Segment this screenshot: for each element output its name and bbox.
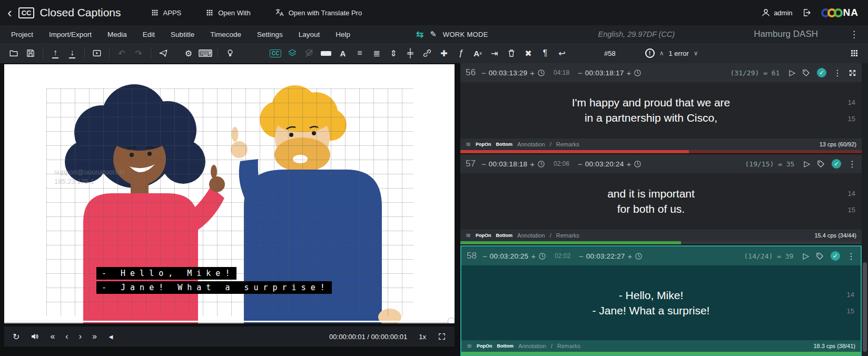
tc-out-clock-icon[interactable] (634, 160, 642, 168)
tc-in-minus-button[interactable]: − (481, 160, 486, 169)
error-prev-button[interactable]: ∧ (659, 50, 664, 57)
remarks-tab[interactable]: Remarks (557, 343, 580, 349)
tc-in-clock-icon[interactable] (537, 69, 545, 77)
tc-out-value[interactable]: 00:03:18:17 (585, 69, 624, 77)
tc-out-plus-button[interactable]: + (626, 160, 631, 169)
shortcuts-button[interactable]: ⌨ (198, 46, 213, 61)
alignment-label[interactable]: Bottom (497, 343, 514, 349)
step-back-button[interactable]: ‹ (65, 332, 68, 341)
alignment-label[interactable]: Bottom (496, 142, 513, 147)
subtitle-text[interactable]: I'm happy and proud that we are in a par… (460, 82, 842, 139)
media-preview-button[interactable] (90, 46, 104, 61)
annotation-tab[interactable]: Annotation (517, 232, 545, 239)
tc-out-minus-button[interactable]: − (578, 68, 583, 77)
menu-settings[interactable]: Settings (249, 31, 291, 38)
open-project-button[interactable] (6, 46, 21, 61)
annotation-tab[interactable]: Annotation (518, 343, 546, 349)
subtitle-text[interactable]: - Hello, Mike! - Jane! What a surprise! (461, 265, 841, 340)
menu-timecode[interactable]: Timecode (202, 31, 249, 38)
add-subtitle-button[interactable]: ✚ (437, 46, 451, 61)
tc-out-minus-button[interactable]: − (578, 160, 583, 169)
subtitle-line[interactable]: - Hello, Mike! (619, 289, 684, 302)
tc-in-value[interactable]: 00:03:13:29 (489, 69, 528, 77)
align-left-button[interactable]: ≡ (352, 46, 367, 61)
link-button[interactable] (420, 46, 435, 61)
menu-layout[interactable]: Layout (291, 31, 328, 38)
tc-out-clock-icon[interactable] (635, 252, 643, 260)
clear-button[interactable]: ✖ (521, 46, 536, 61)
mode-label[interactable]: PopOn (477, 343, 492, 349)
subtitle-line[interactable]: for both of us. (617, 203, 685, 215)
step-forward-button[interactable]: › (79, 332, 82, 341)
work-mode-control[interactable]: ⇆ ✎ WORK MODE (416, 29, 488, 40)
tc-in-value[interactable]: 00:03:18:18 (489, 160, 528, 168)
play-row-button[interactable]: ▷ (803, 251, 809, 261)
cc-format-button[interactable]: CC (268, 46, 283, 61)
save-button[interactable] (23, 46, 38, 61)
layers-off-button[interactable] (302, 46, 317, 61)
menu-subtitle[interactable]: Subtitle (163, 31, 202, 38)
frame-back-button[interactable]: ◄ (107, 333, 114, 341)
fullscreen-button[interactable] (438, 332, 446, 341)
download-button[interactable]: ↓ (65, 46, 80, 61)
row-menu-button[interactable]: ⋮ (833, 68, 842, 78)
seek-bar[interactable] (4, 321, 455, 322)
user-menu[interactable]: admin (761, 8, 792, 17)
list-scrollbar[interactable] (862, 63, 868, 356)
remarks-tab[interactable]: Remarks (556, 141, 579, 147)
tag-icon[interactable] (802, 69, 810, 77)
italics-button[interactable]: ƒ (453, 46, 468, 61)
scrollbar-thumb[interactable] (863, 262, 867, 352)
subtitle-line[interactable]: and it is important (607, 187, 695, 200)
subtitle-row[interactable]: 56 − 00:03:13:29 + 04:18 − 00:03:18:17 + (460, 63, 862, 153)
upload-button[interactable]: ↑ (48, 46, 63, 61)
row-menu-button[interactable]: ⋮ (847, 251, 855, 261)
tag-icon[interactable] (816, 252, 824, 260)
rewind-button[interactable]: « (50, 332, 55, 341)
error-next-button[interactable]: ∨ (694, 50, 698, 57)
tc-in-plus-button[interactable]: + (530, 160, 535, 169)
play-row-button[interactable]: ▷ (789, 68, 795, 77)
apps-menu-button[interactable]: APPS (151, 8, 182, 17)
tc-out-clock-icon[interactable] (634, 69, 642, 77)
menu-help[interactable]: Help (328, 31, 358, 38)
expand-panel-icon[interactable] (849, 69, 856, 77)
approve-button[interactable]: ✓ (831, 251, 840, 261)
subtitle-line[interactable]: in a partnership with Cisco, (585, 112, 717, 124)
suggestions-button[interactable] (223, 46, 238, 61)
subtitle-text[interactable]: and it is important for both of us. (460, 173, 842, 230)
logout-icon[interactable] (802, 8, 812, 17)
approve-button[interactable]: ✓ (832, 159, 841, 169)
undo-button[interactable]: ↶ (114, 46, 129, 61)
tc-in-minus-button[interactable]: − (482, 252, 487, 261)
annotation-tab[interactable]: Annotation (517, 141, 545, 147)
menu-import-export[interactable]: Import/Export (41, 31, 100, 38)
spellcheck-button[interactable]: Ax (470, 46, 485, 61)
tc-out-minus-button[interactable]: − (579, 252, 584, 261)
tc-in-clock-icon[interactable] (538, 252, 546, 260)
menu-overflow-button[interactable]: ⋮ (850, 29, 859, 40)
redo-button[interactable]: ↷ (131, 46, 146, 61)
subtitle-row-selected[interactable]: 58 − 00:03:20:25 + 02:02 − 00:03:22:27 + (460, 245, 862, 356)
layout-grid-button[interactable] (847, 46, 862, 61)
subtitle-band-button[interactable] (319, 46, 333, 61)
indent-button[interactable]: ⇥ (487, 46, 502, 61)
tc-out-value[interactable]: 00:03:22:27 (586, 252, 625, 260)
tc-in-plus-button[interactable]: + (531, 252, 536, 261)
tc-in-minus-button[interactable]: − (481, 68, 486, 77)
pilcrow-button[interactable]: ¶ (538, 46, 553, 61)
tc-out-plus-button[interactable]: + (627, 252, 632, 261)
timing-button[interactable]: ╪ (403, 46, 418, 61)
vertical-align-button[interactable]: ⇕ (386, 46, 401, 61)
approve-button[interactable]: ✓ (817, 68, 826, 77)
play-row-button[interactable]: ▷ (804, 159, 810, 169)
tc-in-clock-icon[interactable] (537, 160, 545, 168)
volume-button[interactable] (30, 332, 40, 341)
menu-media[interactable]: Media (100, 31, 135, 38)
tc-out-plus-button[interactable]: + (626, 68, 631, 77)
tc-out-value[interactable]: 00:03:20:24 (585, 160, 624, 168)
send-button[interactable] (156, 46, 171, 61)
menu-edit[interactable]: Edit (135, 31, 163, 38)
tc-in-value[interactable]: 00:03:20:25 (490, 252, 529, 260)
mode-label[interactable]: PopOn (476, 142, 491, 147)
